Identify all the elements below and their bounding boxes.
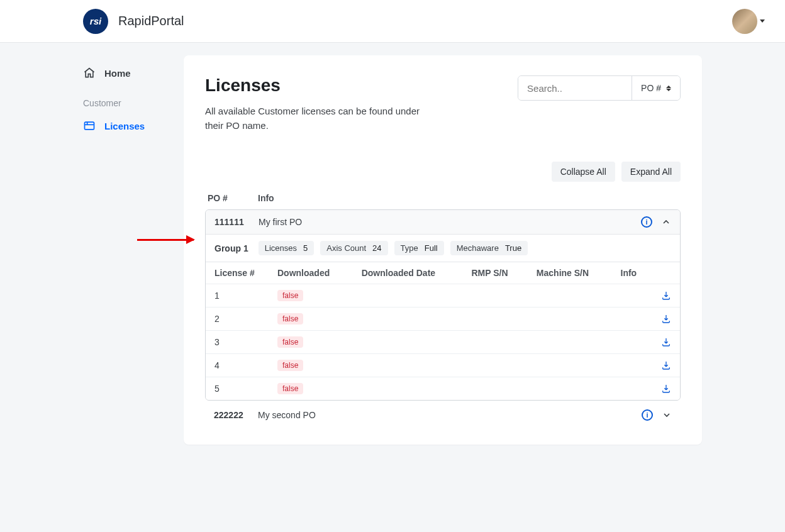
- po-number: 111111: [214, 217, 246, 227]
- download-icon[interactable]: [661, 314, 671, 324]
- tag-axis-count: Axis Count24: [320, 241, 387, 255]
- table-row: 4false: [206, 354, 680, 377]
- th-rmp-sn: RMP S/N: [462, 262, 527, 284]
- table-row: 2false: [206, 308, 680, 331]
- info-icon[interactable]: i: [642, 409, 653, 421]
- brand-logo: rsi: [83, 9, 108, 34]
- nav-section-customer: Customer: [83, 86, 171, 113]
- nav-licenses[interactable]: Licenses: [83, 113, 171, 138]
- group-bar: Group 1 Licenses5 Axis Count24 TypeFull …: [206, 234, 680, 262]
- search-input[interactable]: [518, 76, 632, 100]
- user-menu[interactable]: [732, 9, 765, 34]
- po-header-info: Info: [258, 193, 274, 203]
- avatar: [732, 9, 757, 34]
- cell-downloaded: false: [269, 354, 353, 377]
- search-filter-select[interactable]: PO #: [632, 76, 680, 100]
- th-info: Info: [612, 262, 653, 284]
- th-license-num: License #: [206, 262, 269, 284]
- page-subtitle: All available Customer licenses can be f…: [205, 104, 431, 133]
- search-box: PO #: [518, 75, 681, 101]
- th-downloaded-date: Downloaded Date: [353, 262, 463, 284]
- group-name: Group 1: [214, 243, 248, 253]
- chevron-down-icon[interactable]: [662, 410, 672, 420]
- cell-downloaded: false: [269, 377, 353, 401]
- collapse-all-button[interactable]: Collapse All: [552, 162, 615, 182]
- nav-home-label: Home: [104, 68, 131, 79]
- annotation-arrow: [137, 239, 194, 241]
- po-list-header: PO # Info: [205, 191, 681, 209]
- cell-license-num: 5: [206, 377, 269, 401]
- chevron-up-icon[interactable]: [661, 217, 671, 227]
- caret-down-icon: [760, 19, 765, 23]
- tag-licenses: Licenses5: [259, 241, 315, 255]
- th-downloaded: Downloaded: [269, 262, 353, 284]
- cell-license-num: 3: [206, 331, 269, 354]
- tag-mechaware: MechawareTrue: [450, 241, 528, 255]
- svg-rect-0: [85, 122, 94, 130]
- po-info: My first PO: [259, 217, 628, 227]
- cell-license-num: 1: [206, 284, 269, 308]
- tag-type: TypeFull: [394, 241, 444, 255]
- table-row: 1false: [206, 284, 680, 308]
- brand: rsi RapidPortal: [83, 9, 184, 34]
- license-table: License # Downloaded Downloaded Date RMP…: [206, 262, 680, 400]
- th-machine-sn: Machine S/N: [528, 262, 612, 284]
- brand-name: RapidPortal: [118, 14, 184, 28]
- expand-all-button[interactable]: Expand All: [621, 162, 681, 182]
- home-icon: [83, 67, 96, 79]
- top-bar: rsi RapidPortal: [0, 0, 785, 43]
- po-number: 222222: [214, 410, 245, 420]
- po-row-collapsed[interactable]: 222222 My second PO i: [205, 401, 681, 423]
- download-icon[interactable]: [661, 384, 671, 394]
- sort-icon: [666, 86, 671, 91]
- info-icon[interactable]: i: [641, 216, 652, 228]
- search-filter-label: PO #: [641, 83, 661, 93]
- cell-downloaded: false: [269, 284, 353, 308]
- cell-license-num: 4: [206, 354, 269, 377]
- download-icon[interactable]: [661, 337, 671, 347]
- nav-licenses-label: Licenses: [104, 121, 145, 131]
- sidebar: Home Customer Licenses: [83, 55, 171, 138]
- po-row-expanded[interactable]: 111111 My first PO i: [206, 210, 680, 234]
- table-row: 5false: [206, 377, 680, 401]
- licenses-icon: [83, 119, 96, 132]
- page-title: Licenses: [205, 75, 431, 96]
- nav-home[interactable]: Home: [83, 60, 171, 86]
- cell-downloaded: false: [269, 331, 353, 354]
- po-info: My second PO: [258, 410, 629, 420]
- table-row: 3false: [206, 331, 680, 354]
- download-icon[interactable]: [661, 360, 671, 370]
- cell-downloaded: false: [269, 308, 353, 331]
- po-accordion: 111111 My first PO i Group 1 Licenses5 A…: [205, 209, 681, 401]
- po-header-number: PO #: [208, 193, 242, 203]
- cell-license-num: 2: [206, 308, 269, 331]
- main-card: Licenses All available Customer licenses…: [184, 55, 702, 445]
- download-icon[interactable]: [661, 291, 671, 301]
